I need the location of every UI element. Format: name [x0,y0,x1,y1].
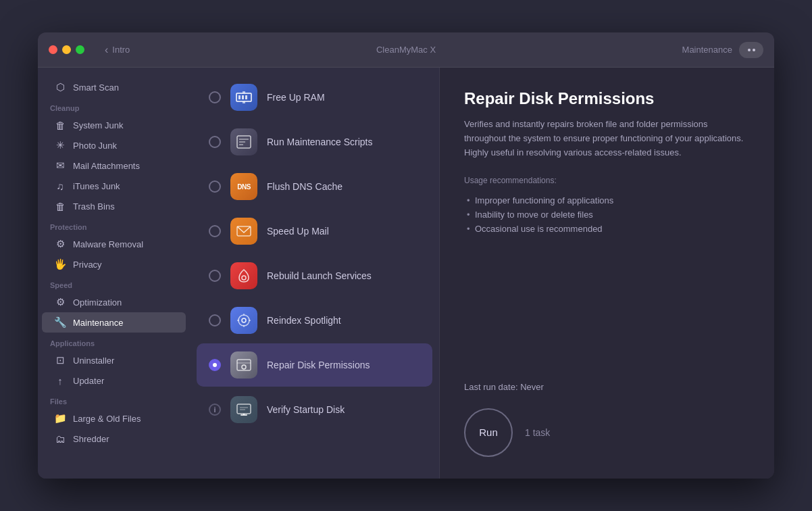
svg-rect-1 [238,95,240,99]
sidebar-item-smart-scan[interactable]: ⬡ Smart Scan [42,77,186,97]
svg-rect-4 [243,91,245,93]
sidebar-item-malware-removal[interactable]: ⚙ Malware Removal [42,234,186,254]
title-bar: ‹ Intro CleanMyMac X Maintenance [38,32,774,68]
sidebar-item-uninstaller[interactable]: ⊡ Uninstaller [42,350,186,370]
sidebar-item-mail-attachments[interactable]: ✉ Mail Attachments [42,155,186,176]
mail-attachments-icon: ✉ [54,160,66,172]
traffic-lights [49,45,84,54]
svg-rect-2 [242,95,244,99]
last-run-text: Last run date: Never [464,382,750,392]
maximize-button[interactable] [76,45,84,54]
svg-point-20 [242,365,246,369]
detail-footer: Last run date: Never Run 1 task [464,362,750,457]
list-item-flush-dns[interactable]: DNS Flush DNS Cache [197,165,432,208]
icon-verify-startup [230,396,257,423]
cleanup-section-label: Cleanup [38,97,190,115]
label-rebuild-launch: Rebuild Launch Services [267,270,372,281]
bullet-2: Inability to move or delete files [464,208,750,222]
more-options-button[interactable] [739,42,763,58]
bullet-1: Improper functioning of applications [464,193,750,208]
svg-rect-5 [243,101,245,103]
content-area: ⬡ Smart Scan Cleanup 🗑 System Junk ✳ Pho… [38,68,774,479]
radio-verify-startup[interactable] [209,404,221,416]
uninstaller-icon: ⊡ [54,354,66,366]
bullet-3: Occasional use is recommended [464,222,750,236]
icon-reindex-spotlight [230,307,257,334]
icon-free-up-ram [230,84,257,111]
sidebar-item-photo-junk[interactable]: ✳ Photo Junk [42,135,186,155]
label-reindex-spotlight: Reindex Spotlight [267,315,341,326]
trash-bins-icon: 🗑 [54,200,66,212]
icon-speed-up-mail [230,218,257,245]
task-count: 1 task [525,427,550,438]
list-item-rebuild-launch[interactable]: Rebuild Launch Services [197,254,432,297]
label-speed-up-mail: Speed Up Mail [267,226,329,237]
sidebar-item-large-old-files[interactable]: 📁 Large & Old Files [42,408,186,429]
radio-flush-dns[interactable] [209,180,221,193]
detail-description: Verifies and instantly repairs broken fi… [464,118,750,160]
list-item-maintenance-scripts[interactable]: Run Maintenance Scripts [197,120,432,164]
radio-speed-up-mail[interactable] [209,225,221,237]
sidebar-item-privacy[interactable]: 🖐 Privacy [42,254,186,274]
sidebar-item-itunes-junk[interactable]: ♫ iTunes Junk [42,176,186,196]
breadcrumb-arrow: ‹ [105,44,108,56]
app-title: CleanMyMac X [376,45,436,55]
breadcrumb-text[interactable]: Intro [112,45,130,55]
section-label: Maintenance [682,45,732,55]
svg-point-11 [242,276,246,280]
applications-section-label: Applications [38,333,190,350]
icon-flush-dns: DNS [230,173,257,200]
icon-rebuild-launch [230,262,257,289]
list-item-free-up-ram[interactable]: Free Up RAM [197,76,432,119]
label-repair-disk-permissions: Repair Disk Permissions [267,360,370,370]
sidebar-item-optimization[interactable]: ⚙ Optimization [42,292,186,312]
sidebar-item-trash-bins[interactable]: 🗑 Trash Bins [42,196,186,216]
run-area: Run 1 task [464,408,750,457]
sidebar-item-updater[interactable]: ↑ Updater [42,370,186,391]
label-maintenance-scripts: Run Maintenance Scripts [267,137,372,147]
list-item-repair-disk-permissions[interactable]: Repair Disk Permissions [197,343,432,387]
list-item-reindex-spotlight[interactable]: Reindex Spotlight [197,299,432,342]
sidebar-item-system-junk[interactable]: 🗑 System Junk [42,115,186,135]
maintenance-list-panel: Free Up RAM Run Maintenance Scripts [190,68,440,479]
radio-reindex-spotlight[interactable] [209,314,221,326]
icon-repair-disk-permissions [230,351,257,379]
itunes-junk-icon: ♫ [54,180,66,192]
radio-repair-disk-permissions[interactable] [209,359,221,371]
usage-bullets: Improper functioning of applications Ina… [464,193,750,236]
sidebar-item-shredder[interactable]: 🗂 Shredder [42,429,186,449]
label-free-up-ram: Free Up RAM [267,92,325,103]
smart-scan-icon: ⬡ [54,81,66,93]
photo-junk-icon: ✳ [54,139,66,151]
run-button[interactable]: Run [464,408,513,457]
speed-section-label: Speed [38,274,190,292]
files-section-label: Files [38,391,190,408]
sidebar: ⬡ Smart Scan Cleanup 🗑 System Junk ✳ Pho… [38,68,190,479]
list-item-speed-up-mail[interactable]: Speed Up Mail [197,210,432,253]
large-old-files-icon: 📁 [54,412,66,424]
optimization-icon: ⚙ [54,296,66,308]
label-verify-startup: Verify Startup Disk [267,404,345,415]
close-button[interactable] [49,45,57,54]
detail-panel: Repair Disk Permissions Verifies and ins… [440,68,774,479]
detail-title: Repair Disk Permissions [464,89,750,108]
shredder-icon: 🗂 [54,433,66,445]
protection-section-label: Protection [38,216,190,234]
minimize-button[interactable] [62,45,71,54]
radio-rebuild-launch[interactable] [209,270,221,282]
usage-label: Usage recommendations: [464,176,750,185]
privacy-icon: 🖐 [54,258,66,270]
label-flush-dns: Flush DNS Cache [267,181,342,192]
sidebar-item-maintenance[interactable]: 🔧 Maintenance [42,312,186,333]
malware-removal-icon: ⚙ [54,238,66,250]
maintenance-icon: 🔧 [54,316,66,328]
system-junk-icon: 🗑 [54,119,66,131]
svg-rect-21 [237,404,251,414]
updater-icon: ↑ [54,374,66,387]
svg-rect-3 [245,95,247,99]
list-item-verify-startup[interactable]: Verify Startup Disk [197,388,432,431]
app-window: ‹ Intro CleanMyMac X Maintenance ⬡ Smart… [38,32,774,479]
radio-maintenance-scripts[interactable] [209,136,221,148]
svg-point-12 [238,315,249,326]
radio-free-up-ram[interactable] [209,91,221,103]
